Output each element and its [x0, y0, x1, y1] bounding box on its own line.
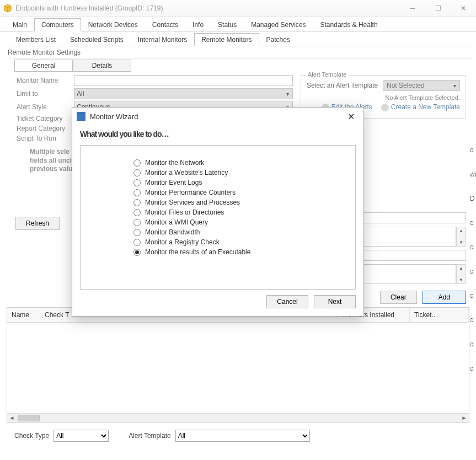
label-report-category: Report Category: [17, 125, 74, 132]
wizard-title: Monitor Wizard: [90, 113, 138, 121]
col-ticket[interactable]: Ticket..: [410, 308, 469, 322]
tab-standards-health[interactable]: Standards & Health: [313, 18, 385, 31]
footer-check-type-select[interactable]: All: [54, 430, 109, 442]
input-monitor-name[interactable]: [74, 75, 293, 86]
info-icon: [381, 104, 389, 111]
tab-info[interactable]: Info: [185, 18, 211, 31]
window-minimize-button[interactable]: ─: [400, 0, 425, 17]
wizard-next-button[interactable]: Next: [314, 295, 356, 308]
opt-monitor-network[interactable]: Monitor the Network: [133, 159, 342, 167]
opt-monitor-website-latency[interactable]: Monitor a Website's Latency: [133, 169, 342, 176]
opt-monitor-services-processes[interactable]: Monitor Services and Processes: [133, 199, 342, 206]
tab-network-devices[interactable]: Network Devices: [81, 18, 145, 31]
select-limit-to[interactable]: All: [74, 88, 293, 99]
scroll-right-icon[interactable]: ►: [459, 413, 469, 422]
subtab-remote-monitors[interactable]: Remote Monitors: [194, 33, 259, 46]
monitors-table: Name Check T Monitors Installed Ticket..…: [7, 307, 469, 423]
scrollbar-1[interactable]: ▲▼: [456, 227, 466, 247]
window-title: Endpoints with Huntress Installed (Group…: [15, 4, 163, 12]
sub-tabstrip: Members List Scheduled Scripts Internal …: [7, 31, 472, 46]
wizard-icon: [77, 112, 85, 121]
app-icon: [3, 4, 12, 13]
opt-monitor-event-logs[interactable]: Monitor Event Logs: [133, 179, 342, 186]
scroll-thumb[interactable]: [18, 415, 40, 421]
label-limit-to: Limit to: [17, 90, 74, 98]
window-close-button[interactable]: ✕: [451, 0, 476, 17]
window-maximize-button[interactable]: ☐: [425, 0, 451, 17]
footer-check-type-label: Check Type: [14, 432, 49, 440]
subtab-scheduled-scripts[interactable]: Scheduled Scripts: [63, 33, 131, 46]
footer-alert-template-label: Alert Template: [129, 432, 170, 440]
label-alert-style: Alert Style: [17, 103, 74, 111]
main-tabstrip: Main Computers Network Devices Contacts …: [0, 17, 476, 31]
tab-contacts[interactable]: Contacts: [145, 18, 185, 31]
alert-template-select[interactable]: Not Selected: [383, 80, 460, 91]
subtab-patches[interactable]: Patches: [259, 33, 297, 46]
opt-monitor-bandwidth[interactable]: Monitor Bandwidth: [133, 228, 342, 236]
opt-monitor-registry[interactable]: Monitor a Registry Check: [133, 238, 342, 246]
label-monitor-name: Monitor Name: [17, 77, 74, 84]
clear-button[interactable]: Clear: [380, 291, 417, 304]
subtab-members-list[interactable]: Members List: [9, 33, 63, 46]
col-name[interactable]: Name: [7, 308, 40, 322]
toggle-details[interactable]: Details: [73, 60, 131, 72]
label-ticket-category: Ticket Category: [17, 115, 74, 122]
add-button[interactable]: Add: [422, 291, 466, 304]
toggle-general[interactable]: General: [14, 60, 73, 72]
alert-template-select-label: Select an Alert Template: [307, 82, 383, 89]
tab-computers[interactable]: Computers: [34, 18, 81, 31]
scroll-left-icon[interactable]: ◄: [7, 413, 17, 422]
refresh-button[interactable]: Refresh: [15, 217, 60, 230]
wizard-close-button[interactable]: ✕: [343, 109, 359, 124]
horizontal-scrollbar[interactable]: ◄ ►: [7, 413, 469, 422]
wizard-options: Monitor the Network Monitor a Website's …: [80, 145, 356, 290]
group-header: Remote Monitor Settings: [8, 49, 472, 58]
wizard-header: What would you like to do…: [72, 125, 363, 145]
monitor-wizard-dialog: Monitor Wizard ✕ What would you like to …: [72, 107, 364, 317]
wizard-cancel-button[interactable]: Cancel: [266, 295, 308, 308]
alert-template-message: No Alert Template Selected.: [307, 94, 460, 101]
opt-monitor-perf-counters[interactable]: Monitor Performance Counters: [133, 189, 342, 196]
subtab-internal-monitors[interactable]: Internal Monitors: [131, 33, 194, 46]
scrollbar-2[interactable]: ▲▼: [456, 264, 466, 284]
cutoff-strip: owiD ccc ccc c: [470, 146, 476, 372]
alert-template-legend: Alert Template: [306, 71, 349, 78]
tab-managed-services[interactable]: Managed Services: [244, 18, 313, 31]
footer-alert-template-select[interactable]: All: [175, 430, 310, 442]
opt-monitor-wmi[interactable]: Monitor a WMI Query: [133, 218, 342, 226]
create-template-link[interactable]: Create a New Template: [381, 103, 460, 111]
opt-monitor-executable[interactable]: Monitor the results of an Executable: [133, 248, 342, 256]
tab-main[interactable]: Main: [6, 18, 34, 31]
opt-monitor-files-dirs[interactable]: Monitor Files or Directories: [133, 208, 342, 216]
window-titlebar: Endpoints with Huntress Installed (Group…: [0, 0, 476, 17]
tab-status[interactable]: Status: [211, 18, 244, 31]
label-script-to-run: Script To Run: [17, 135, 74, 142]
